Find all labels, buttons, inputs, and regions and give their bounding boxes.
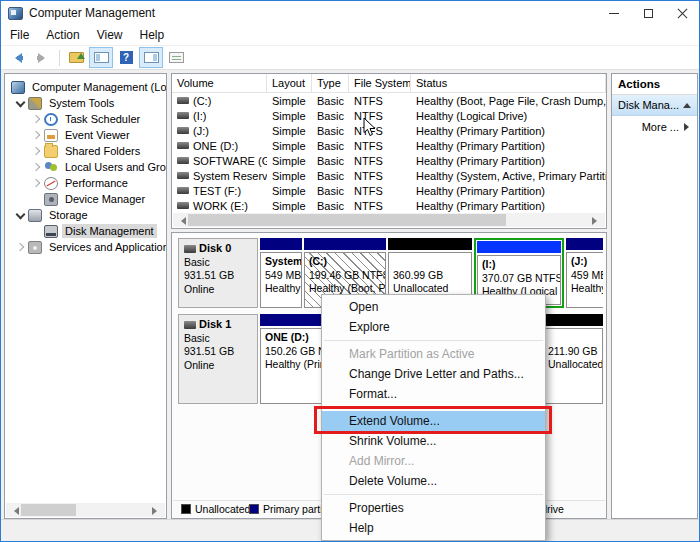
cell-volume: WORK (E:) [193, 200, 248, 212]
column-volume[interactable]: Volume [172, 74, 267, 92]
expanded-chevron-icon[interactable] [14, 209, 27, 221]
column-layout[interactable]: Layout [267, 74, 312, 92]
column-type[interactable]: Type [312, 74, 349, 92]
cell-volume: (I:) [193, 110, 206, 122]
primary-partition-color-bar [260, 238, 302, 250]
collapsed-chevron-icon[interactable] [14, 241, 27, 253]
cell-status: Healthy (Primary Partition) [411, 138, 606, 153]
disk-1-label[interactable]: Disk 1 Basic 931.51 GB Online [178, 314, 258, 404]
actions-disk-management-item[interactable]: Disk Mana... [612, 95, 697, 116]
menu-item-format[interactable]: Format... [322, 384, 545, 404]
tree-horizontal-scrollbar[interactable] [6, 503, 165, 517]
disk-state: Online [184, 283, 253, 297]
action-pane-icon [144, 52, 159, 63]
tree-item-task-scheduler[interactable]: Task Scheduler [5, 111, 166, 127]
tree-item-device-manager[interactable]: Device Manager [5, 191, 166, 207]
menu-item-properties[interactable]: Properties [322, 498, 545, 518]
table-row[interactable]: (I:) Simple Basic NTFS Healthy (Logical … [172, 108, 606, 123]
show-action-pane-button[interactable] [139, 47, 163, 68]
partition-status: Healthy (Primary Partition) [571, 282, 603, 296]
tree-item-shared-folders[interactable]: Shared Folders [5, 143, 166, 159]
menu-file[interactable]: File [10, 28, 38, 42]
tree-item-services-and-applications[interactable]: Services and Applications [5, 239, 166, 255]
table-row[interactable]: (C:) Simple Basic NTFS Healthy (Boot, Pa… [172, 93, 606, 108]
column-status[interactable]: Status [411, 74, 606, 92]
disk-management-icon [44, 225, 58, 238]
collapsed-chevron-icon[interactable] [30, 113, 43, 125]
tree-item-storage[interactable]: Storage [5, 207, 166, 223]
menu-item-extend-volume[interactable]: Extend Volume... [322, 411, 545, 431]
disk-icon [184, 321, 196, 329]
scroll-thumb[interactable] [188, 214, 506, 226]
unallocated-color-bar [543, 314, 603, 326]
collapsed-chevron-icon[interactable] [30, 129, 43, 141]
scroll-right-icon[interactable] [150, 503, 165, 517]
menu-item-open[interactable]: Open [322, 297, 545, 317]
actions-more-item[interactable]: More ... [612, 116, 697, 137]
export-list-button[interactable] [64, 47, 88, 68]
help-button[interactable] [114, 47, 138, 68]
cell-volume: (J:) [193, 125, 209, 137]
collapsed-chevron-icon[interactable] [30, 177, 43, 189]
menu-help[interactable]: Help [140, 28, 174, 42]
cell-fs: NTFS [349, 153, 411, 168]
table-row[interactable]: System Reserved Simple Basic NTFS Health… [172, 168, 606, 183]
collapsed-chevron-icon[interactable] [30, 145, 43, 157]
task-scheduler-icon [44, 113, 58, 126]
disk-size: 931.51 GB [184, 269, 253, 283]
menu-action[interactable]: Action [46, 28, 88, 42]
scroll-left-icon[interactable] [6, 503, 21, 517]
table-row[interactable]: WORK (E:) Simple Basic NTFS Healthy (Pri… [172, 198, 606, 213]
table-row[interactable]: ONE (D:) Simple Basic NTFS Healthy (Prim… [172, 138, 606, 153]
cell-fs: NTFS [349, 108, 411, 123]
volume-list-horizontal-scrollbar[interactable] [173, 213, 605, 227]
back-button[interactable] [5, 47, 29, 68]
cell-volume: ONE (D:) [193, 140, 238, 152]
cell-status: Healthy (Primary Partition) [411, 198, 606, 213]
show-console-tree-button[interactable] [89, 47, 113, 68]
tree-item-event-viewer[interactable]: Event Viewer [5, 127, 166, 143]
menu-item-explore[interactable]: Explore [322, 317, 545, 337]
table-row[interactable]: TEST (F:) Simple Basic NTFS Healthy (Pri… [172, 183, 606, 198]
cell-fs: NTFS [349, 198, 411, 213]
disk-type: Basic [184, 256, 253, 270]
toolbar-separator [59, 50, 60, 66]
table-row[interactable]: SOFTWARE (G:) Simple Basic NTFS Healthy … [172, 153, 606, 168]
legend-unallocated: Unallocated [181, 503, 250, 515]
primary-partition-color-bar [304, 238, 386, 250]
tree-label: Computer Management (Local [29, 80, 166, 94]
disk-0-label[interactable]: Disk 0 Basic 931.51 GB Online [178, 238, 258, 308]
scroll-thumb[interactable] [21, 504, 76, 516]
tree-item-local-users-and-groups[interactable]: Local Users and Groups [5, 159, 166, 175]
expanded-chevron-icon[interactable] [14, 97, 27, 109]
scroll-right-icon[interactable] [590, 213, 605, 227]
menu-item-change-drive-letter[interactable]: Change Drive Letter and Paths... [322, 364, 545, 384]
collapse-up-icon[interactable] [683, 99, 691, 108]
close-button[interactable] [665, 1, 699, 25]
partition-unallocated-disk1[interactable]: 211.90 GB Unallocated [543, 314, 603, 404]
tree-item-disk-management[interactable]: Disk Management [5, 223, 166, 239]
tree-item-performance[interactable]: Performance [5, 175, 166, 191]
forward-button[interactable] [30, 47, 54, 68]
collapsed-chevron-icon[interactable] [30, 161, 43, 173]
maximize-button[interactable] [631, 1, 665, 25]
menu-item-help[interactable]: Help [322, 518, 545, 538]
tree-item-computer-management[interactable]: Computer Management (Local [5, 79, 166, 95]
scroll-left-icon[interactable] [173, 213, 188, 227]
table-row[interactable]: (J:) Simple Basic NTFS Healthy (Primary … [172, 123, 606, 138]
column-file-system[interactable]: File System [349, 74, 411, 92]
volume-icon [177, 157, 189, 164]
disk-state: Online [184, 359, 253, 373]
disk-size: 931.51 GB [184, 345, 253, 359]
minimize-button[interactable] [597, 1, 631, 25]
cell-status: Healthy (Primary Partition) [411, 183, 606, 198]
menu-view[interactable]: View [97, 28, 132, 42]
partition-j[interactable]: (J:) 459 MB Healthy (Primary Partition) [566, 238, 603, 308]
properties-button[interactable] [164, 47, 188, 68]
menu-item-shrink-volume[interactable]: Shrink Volume... [322, 431, 545, 451]
menu-item-delete-volume[interactable]: Delete Volume... [322, 471, 545, 491]
primary-partition-swatch-icon [249, 504, 259, 514]
cell-layout: Simple [267, 123, 312, 138]
tree-item-system-tools[interactable]: System Tools [5, 95, 166, 111]
partition-system-reserved[interactable]: System Reserved 549 MB Healthy (System, … [260, 238, 302, 308]
